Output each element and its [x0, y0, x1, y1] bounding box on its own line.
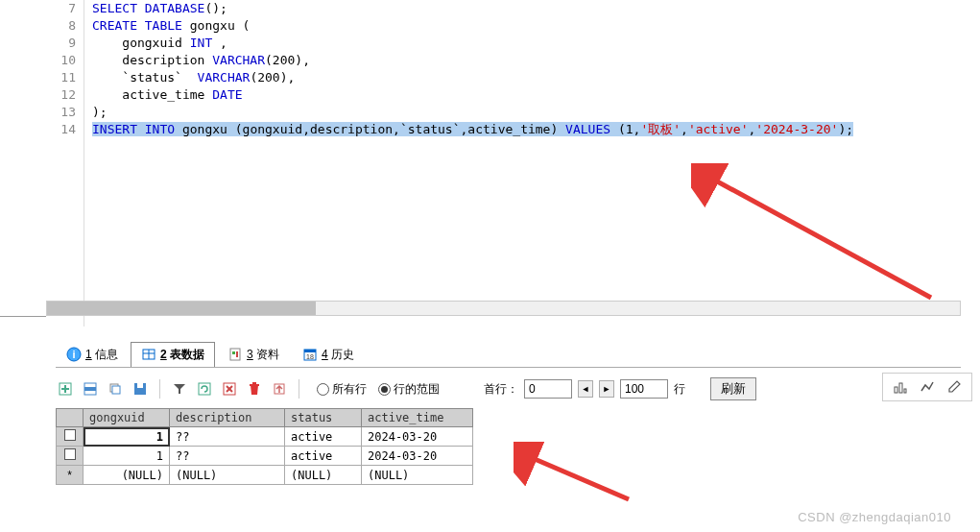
chart-bar-icon[interactable]	[891, 377, 910, 397]
svg-rect-6	[232, 351, 235, 354]
separator	[159, 379, 160, 399]
svg-rect-20	[199, 383, 210, 395]
delete-icon[interactable]	[245, 379, 264, 399]
svg-rect-25	[252, 382, 256, 384]
first-row-input[interactable]	[524, 379, 572, 399]
tab-资料[interactable]: 3 资料	[217, 342, 290, 367]
column-header[interactable]: status	[285, 409, 362, 427]
svg-line-31	[528, 456, 629, 499]
table-row[interactable]: *(NULL)(NULL)(NULL)(NULL)	[57, 466, 473, 485]
column-header[interactable]: active_time	[362, 409, 473, 427]
cell[interactable]: 2024-03-20	[362, 427, 473, 447]
grid-refresh-icon[interactable]	[195, 379, 214, 399]
radio-range-label: 行的范围	[394, 381, 440, 398]
svg-rect-24	[250, 384, 259, 386]
column-header[interactable]: gongxuid	[84, 409, 170, 427]
prev-page-button[interactable]: ◄	[578, 380, 593, 398]
data-grid[interactable]: gongxuiddescriptionstatusactive_time1??a…	[56, 408, 473, 485]
tab-表数据[interactable]: 2 表数据	[131, 342, 215, 367]
line-gutter: 7891011121314	[46, 0, 84, 326]
grid-save-icon[interactable]	[131, 379, 150, 399]
radio-all-rows[interactable]: 所有行	[317, 381, 367, 398]
limit-input[interactable]	[620, 379, 668, 399]
radio-row-range[interactable]: 行的范围	[378, 381, 440, 398]
cell[interactable]: active	[285, 427, 362, 447]
code-editor[interactable]: SELECT DATABASE();CREATE TABLE gongxu ( …	[84, 0, 980, 326]
cell[interactable]: (NULL)	[285, 466, 362, 485]
svg-rect-27	[895, 387, 897, 393]
refresh-button[interactable]: 刷新	[710, 377, 756, 400]
annotation-arrow-icon	[514, 442, 648, 519]
filter-icon[interactable]	[170, 379, 189, 399]
svg-text:i: i	[72, 349, 75, 360]
data-toolbar: 所有行 行的范围 首行： ◄ ► 行 刷新	[56, 375, 980, 403]
horizontal-scrollbar[interactable]	[46, 301, 961, 316]
cell[interactable]: (NULL)	[362, 466, 473, 485]
svg-text:18: 18	[306, 353, 314, 360]
svg-rect-15	[84, 387, 96, 391]
cell[interactable]: (NULL)	[84, 466, 170, 485]
export-icon[interactable]	[270, 379, 289, 399]
grid-cancel-icon[interactable]	[220, 379, 239, 399]
separator	[299, 379, 299, 399]
chart-line-icon[interactable]	[918, 377, 937, 397]
radio-icon	[317, 383, 329, 396]
tab-历史[interactable]: 184 历史	[292, 342, 365, 367]
column-header[interactable]: description	[170, 409, 285, 427]
doc-icon	[227, 347, 243, 362]
svg-rect-19	[137, 383, 143, 388]
result-tabs: i1 信息2 表数据3 资料184 历史	[56, 341, 961, 368]
radio-all-label: 所有行	[332, 381, 367, 398]
cell[interactable]: ??	[170, 427, 285, 447]
cell[interactable]: 1	[84, 447, 170, 466]
table-row[interactable]: 1??active2024-03-20	[57, 447, 473, 466]
grid-copy-icon[interactable]	[106, 379, 125, 399]
tab-信息[interactable]: i1 信息	[56, 342, 129, 367]
cell[interactable]: 1	[84, 427, 170, 447]
grid-add-icon[interactable]	[56, 379, 75, 399]
calendar-icon: 18	[302, 347, 318, 362]
table-row[interactable]: 1??active2024-03-20	[57, 427, 473, 447]
table-icon	[141, 347, 156, 362]
radio-icon	[378, 383, 391, 396]
row-checkbox[interactable]	[64, 448, 76, 460]
new-row-star-icon: *	[67, 469, 72, 482]
right-toolbar	[882, 373, 972, 401]
first-row-label: 首行：	[484, 381, 518, 398]
edit-pencil-icon[interactable]	[944, 377, 964, 397]
limit-label: 行	[674, 381, 685, 398]
svg-rect-17	[112, 386, 120, 394]
cell[interactable]: 2024-03-20	[362, 447, 473, 466]
cell[interactable]: active	[285, 447, 362, 466]
grid-insert-icon[interactable]	[81, 379, 100, 399]
svg-rect-9	[304, 350, 316, 352]
cell[interactable]: (NULL)	[170, 466, 285, 485]
cell[interactable]: ??	[170, 447, 285, 466]
corner-cell	[57, 409, 84, 427]
next-page-button[interactable]: ►	[599, 380, 614, 398]
svg-rect-7	[236, 351, 238, 357]
row-checkbox[interactable]	[64, 429, 76, 441]
watermark: CSDN @zhengdaqian010	[798, 510, 951, 524]
scrollbar-thumb[interactable]	[47, 302, 316, 315]
svg-rect-29	[904, 389, 906, 393]
svg-rect-28	[899, 383, 902, 393]
info-icon: i	[66, 347, 82, 362]
